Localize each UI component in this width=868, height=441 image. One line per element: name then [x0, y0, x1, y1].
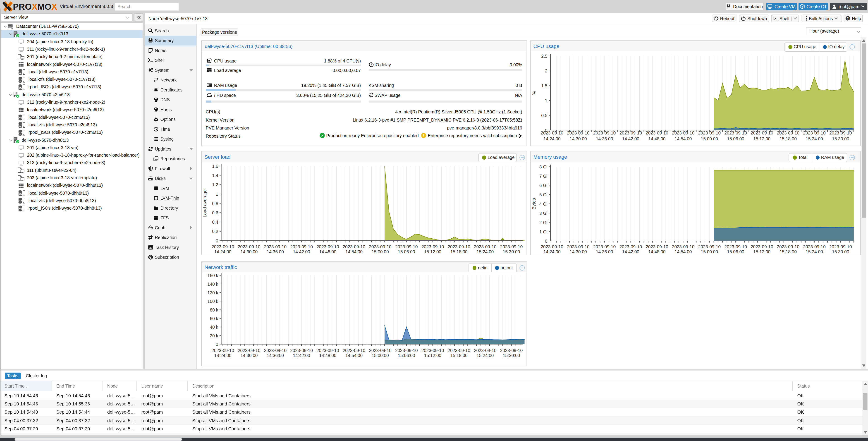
- svg-text:14:24:00: 14:24:00: [214, 249, 231, 254]
- svg-text:2023-09-10: 2023-09-10: [829, 244, 852, 249]
- svg-text:14:48:00: 14:48:00: [319, 249, 337, 254]
- svg-text:14:24:00: 14:24:00: [544, 249, 561, 254]
- svg-text:2023-09-10: 2023-09-10: [212, 244, 234, 249]
- svg-text:7 Gi: 7 Gi: [539, 173, 548, 178]
- svg-text:2023-09-10: 2023-09-10: [238, 348, 260, 353]
- svg-text:2023-09-10: 2023-09-10: [474, 348, 497, 353]
- svg-text:14:48:00: 14:48:00: [648, 249, 665, 254]
- svg-text:15:30:00: 15:30:00: [832, 136, 849, 141]
- svg-text:2023-09-10: 2023-09-10: [593, 244, 616, 249]
- svg-text:2023-09-10: 2023-09-10: [395, 348, 418, 353]
- svg-text:2023-09-10: 2023-09-10: [317, 348, 339, 353]
- svg-text:120 k: 120 k: [208, 290, 218, 295]
- svg-text:0.8: 0.8: [212, 201, 218, 206]
- svg-text:0: 0: [216, 238, 218, 243]
- svg-text:60 k: 60 k: [210, 316, 218, 321]
- svg-text:1.2: 1.2: [212, 182, 218, 187]
- svg-text:2023-09-10: 2023-09-10: [500, 244, 523, 249]
- svg-text:14:54:00: 14:54:00: [346, 353, 363, 358]
- svg-text:14:24:00: 14:24:00: [214, 353, 231, 358]
- svg-text:14:42:00: 14:42:00: [293, 249, 310, 254]
- svg-text:2023-09-10: 2023-09-10: [317, 244, 339, 249]
- svg-text:?: ?: [847, 17, 849, 20]
- svg-text:2023-09-10: 2023-09-10: [369, 348, 392, 353]
- svg-text:14:36:00: 14:36:00: [596, 249, 613, 254]
- svg-text:15:00:00: 15:00:00: [701, 136, 718, 141]
- svg-text:2023-09-10: 2023-09-10: [422, 348, 444, 353]
- svg-text:%: %: [531, 91, 536, 95]
- svg-text:15:12:00: 15:12:00: [424, 353, 441, 358]
- svg-text:2023-09-10: 2023-09-10: [803, 244, 826, 249]
- svg-text:15:12:00: 15:12:00: [753, 136, 770, 141]
- svg-text:14:30:00: 14:30:00: [570, 249, 587, 254]
- svg-text:14:54:00: 14:54:00: [675, 136, 692, 141]
- svg-text:15:06:00: 15:06:00: [727, 249, 744, 254]
- svg-text:0.4: 0.4: [212, 219, 218, 224]
- svg-text:2023-09-10: 2023-09-10: [264, 244, 287, 249]
- svg-text:15:18:00: 15:18:00: [451, 353, 468, 358]
- svg-text:PROXMOX: PROXMOX: [13, 2, 57, 11]
- svg-text:15:24:00: 15:24:00: [477, 353, 494, 358]
- svg-text:Load average: Load average: [203, 189, 207, 217]
- svg-text:14:36:00: 14:36:00: [267, 353, 284, 358]
- svg-text:0.5: 0.5: [541, 113, 547, 118]
- svg-text:2023-09-10: 2023-09-10: [264, 348, 287, 353]
- svg-text:0: 0: [216, 342, 218, 347]
- svg-text:2023-09-10: 2023-09-10: [474, 244, 497, 249]
- svg-text:2023-09-10: 2023-09-10: [500, 348, 523, 353]
- svg-text:2 Gi: 2 Gi: [539, 220, 548, 225]
- svg-text:2023-09-10: 2023-09-10: [395, 244, 418, 249]
- svg-text:5 Gi: 5 Gi: [539, 192, 548, 197]
- svg-text:2: 2: [545, 68, 548, 74]
- svg-text:14:30:00: 14:30:00: [241, 353, 258, 358]
- svg-text:20 k: 20 k: [210, 333, 218, 338]
- svg-text:15:18:00: 15:18:00: [451, 249, 468, 254]
- svg-text:1.4: 1.4: [212, 173, 218, 178]
- svg-text:40 k: 40 k: [210, 324, 218, 329]
- svg-text:2023-09-10: 2023-09-10: [290, 348, 313, 353]
- svg-text:2023-09-10: 2023-09-10: [343, 244, 366, 249]
- svg-text:14:30:00: 14:30:00: [241, 249, 258, 254]
- svg-text:6 Gi: 6 Gi: [539, 183, 548, 188]
- svg-text:0.2: 0.2: [212, 229, 218, 234]
- svg-text:0: 0: [545, 238, 548, 243]
- svg-text:2023-09-10: 2023-09-10: [541, 244, 563, 249]
- svg-text:15:24:00: 15:24:00: [806, 249, 823, 254]
- svg-text:1.6: 1.6: [212, 164, 218, 169]
- svg-text:15:12:00: 15:12:00: [424, 249, 441, 254]
- svg-text:15:00:00: 15:00:00: [372, 249, 389, 254]
- svg-text:0.6: 0.6: [212, 210, 218, 215]
- svg-text:100 k: 100 k: [208, 299, 218, 303]
- svg-text:80 k: 80 k: [210, 307, 218, 312]
- svg-text:15:18:00: 15:18:00: [779, 136, 797, 141]
- svg-text:2023-09-10: 2023-09-10: [750, 244, 773, 249]
- svg-text:2023-09-10: 2023-09-10: [238, 244, 260, 249]
- svg-text:2023-09-10: 2023-09-10: [212, 348, 234, 353]
- svg-text:2023-09-10: 2023-09-10: [422, 244, 444, 249]
- svg-text:1.5: 1.5: [541, 83, 547, 88]
- svg-text:14:48:00: 14:48:00: [319, 353, 337, 358]
- svg-text:2023-09-10: 2023-09-10: [698, 244, 721, 249]
- svg-text:2023-09-10: 2023-09-10: [619, 244, 642, 249]
- svg-text:14:36:00: 14:36:00: [267, 249, 284, 254]
- svg-text:2023-09-10: 2023-09-10: [343, 348, 366, 353]
- svg-text:15:30:00: 15:30:00: [503, 249, 520, 254]
- svg-text:15:06:00: 15:06:00: [398, 249, 415, 254]
- svg-text:2023-09-10: 2023-09-10: [448, 348, 470, 353]
- svg-text:2023-09-10: 2023-09-10: [567, 244, 590, 249]
- svg-text:15:24:00: 15:24:00: [806, 136, 823, 141]
- svg-text:14:30:00: 14:30:00: [570, 136, 587, 141]
- svg-text:15:06:00: 15:06:00: [727, 136, 744, 141]
- svg-text:1 Gi: 1 Gi: [539, 229, 548, 234]
- svg-text:14:48:00: 14:48:00: [648, 136, 665, 141]
- svg-text:14:24:00: 14:24:00: [544, 136, 561, 141]
- svg-text:160 k: 160 k: [208, 273, 218, 278]
- svg-text:140 k: 140 k: [208, 282, 218, 286]
- svg-text:15:24:00: 15:24:00: [477, 249, 494, 254]
- svg-text:2023-09-10: 2023-09-10: [448, 244, 470, 249]
- svg-text:15:00:00: 15:00:00: [701, 249, 718, 254]
- svg-text:2023-09-10: 2023-09-10: [777, 244, 799, 249]
- svg-text:2023-09-10: 2023-09-10: [724, 244, 747, 249]
- svg-text:14:42:00: 14:42:00: [622, 136, 640, 141]
- svg-text:1: 1: [545, 98, 548, 103]
